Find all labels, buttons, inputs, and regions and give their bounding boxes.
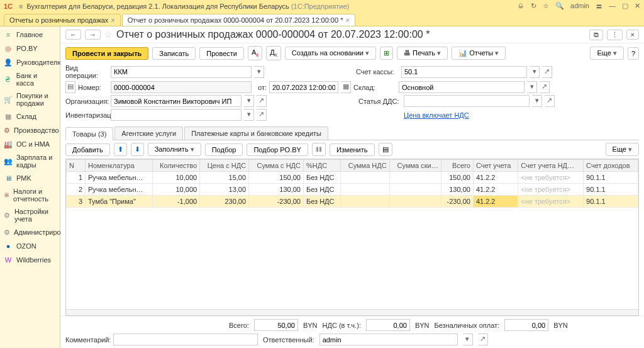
grid-icon[interactable]: ▤ bbox=[379, 143, 392, 156]
chevron-down-icon[interactable]: ▾ bbox=[244, 95, 254, 107]
atk-icon[interactable]: Ак bbox=[248, 46, 262, 60]
calendar-icon[interactable]: ▦ bbox=[341, 81, 351, 93]
inv-field[interactable] bbox=[111, 109, 242, 121]
table-row[interactable]: 1Ручка мебельн…10,00015,00150,00Без НДС1… bbox=[67, 172, 638, 184]
save-button[interactable]: Записать bbox=[152, 47, 196, 60]
pick-button[interactable]: Подбор bbox=[205, 143, 243, 156]
nav-back-button[interactable]: ← bbox=[65, 30, 81, 40]
resp-field[interactable] bbox=[319, 334, 458, 345]
history-icon[interactable]: ↻ bbox=[531, 2, 536, 11]
more-tbl-button[interactable]: Еще bbox=[606, 143, 639, 156]
cash-field[interactable] bbox=[401, 66, 527, 78]
sidebar-item-2[interactable]: 👤Руководителю bbox=[0, 55, 60, 69]
dds-field[interactable] bbox=[404, 95, 530, 107]
open-icon[interactable]: ↗ bbox=[257, 109, 267, 121]
pickby-button[interactable]: Подбор PO.BY bbox=[247, 143, 308, 156]
tab-retail-report-doc[interactable]: Отчет о розничных продажах 0000-000004 о… bbox=[122, 14, 355, 26]
maximize-icon[interactable]: ▢ bbox=[622, 2, 628, 11]
tab-cards[interactable]: Платежные карты и банковские кредиты bbox=[184, 126, 328, 140]
settings-icon[interactable]: 〓 bbox=[596, 2, 602, 11]
move-up-button[interactable]: ⬆ bbox=[114, 143, 127, 156]
comment-field[interactable] bbox=[113, 334, 258, 345]
table-row[interactable]: 2Ручка мебельн…10,00013,00130,00Без НДС1… bbox=[67, 184, 638, 196]
post-button[interactable]: Провести bbox=[199, 47, 244, 60]
nav-fwd-button[interactable]: → bbox=[85, 30, 101, 40]
sidebar-item-12[interactable]: ⚙Администрирование bbox=[0, 225, 60, 239]
flag-icon[interactable]: ▤ bbox=[65, 81, 75, 93]
sidebar-item-5[interactable]: ▦Склад bbox=[0, 109, 60, 123]
open-icon[interactable]: ↗ bbox=[540, 81, 550, 93]
sidebar-item-1[interactable]: ◎PO.BY bbox=[0, 42, 60, 55]
nc-field bbox=[504, 319, 548, 331]
chevron-down-icon[interactable]: ▾ bbox=[530, 66, 540, 78]
sidebar-item-7[interactable]: 🏭ОС и НМА bbox=[0, 137, 60, 151]
excel-icon[interactable]: ⊞ bbox=[380, 47, 393, 60]
label-dds: Статья ДДС: bbox=[358, 98, 401, 105]
more-button[interactable]: Еще bbox=[590, 47, 623, 60]
sidebar-item-3[interactable]: ₴Банк и касса bbox=[0, 69, 60, 89]
tab-goods[interactable]: Товары (3) bbox=[65, 127, 113, 140]
reports-button[interactable]: 📊 Отчеты bbox=[452, 47, 506, 60]
close-icon[interactable]: × bbox=[345, 16, 349, 24]
close-doc-button[interactable]: × bbox=[626, 30, 639, 40]
search-icon[interactable]: 🔍 bbox=[555, 2, 564, 11]
minimize-icon[interactable]: — bbox=[609, 2, 616, 11]
close-icon[interactable]: × bbox=[111, 16, 114, 24]
date-field[interactable] bbox=[269, 81, 338, 93]
sidebar-item-8[interactable]: 👥Зарплата и кадры bbox=[0, 151, 60, 171]
sidebar-icon: 👤 bbox=[4, 58, 13, 67]
edit-button[interactable]: Изменить bbox=[330, 143, 375, 156]
sidebar-item-11[interactable]: ⚙Настройки учета bbox=[0, 205, 60, 225]
move-down-button[interactable]: ⬇ bbox=[131, 143, 144, 156]
star-icon[interactable]: ☆ bbox=[104, 30, 113, 40]
menu-icon[interactable]: ⋮ bbox=[607, 30, 623, 40]
sidebar-item-4[interactable]: 🛒Покупки и продажи bbox=[0, 89, 60, 109]
popout-icon[interactable]: ⧉ bbox=[589, 30, 603, 40]
chevron-down-icon[interactable]: ▾ bbox=[463, 334, 473, 345]
op-field[interactable] bbox=[111, 66, 252, 78]
print-button[interactable]: 🖶 Печать bbox=[397, 47, 448, 60]
warehouse-field[interactable] bbox=[399, 81, 525, 93]
sidebar-icon: ≡ bbox=[4, 30, 13, 39]
sidebar-item-0[interactable]: ≡Главное bbox=[0, 28, 60, 42]
add-button[interactable]: Добавить bbox=[65, 143, 110, 156]
create-by-button[interactable]: Создать на основании bbox=[285, 47, 376, 60]
tab-retail-reports[interactable]: Отчеты о розничных продажах× bbox=[4, 14, 121, 26]
dtk-icon[interactable]: Дк bbox=[266, 46, 280, 60]
help-button[interactable]: ? bbox=[628, 47, 639, 60]
sidebar-item-13[interactable]: ●OZON bbox=[0, 239, 60, 253]
post-close-button[interactable]: Провести и закрыть bbox=[65, 47, 148, 60]
bell-icon[interactable]: 🕭 bbox=[518, 2, 525, 11]
chevron-down-icon[interactable]: ▾ bbox=[527, 81, 537, 93]
vat-link[interactable]: Цена включает НДС bbox=[404, 111, 469, 119]
sidebar-icon: ⚙ bbox=[4, 211, 11, 220]
close-icon[interactable]: ✕ bbox=[635, 2, 640, 11]
chevron-down-icon[interactable]: ▾ bbox=[532, 95, 542, 107]
sidebar-item-6[interactable]: ⚙Производство bbox=[0, 123, 60, 137]
number-field[interactable] bbox=[111, 81, 252, 93]
h-scrollbar[interactable] bbox=[66, 309, 638, 315]
sidebar-item-label: Налоги и отчетность bbox=[13, 188, 56, 203]
user-label: admin bbox=[570, 2, 589, 11]
sidebar-icon: 👥 bbox=[4, 157, 13, 166]
open-icon[interactable]: ↗ bbox=[478, 334, 488, 345]
sidebar-item-14[interactable]: WWildberries bbox=[0, 253, 60, 267]
sidebar-item-9[interactable]: 🖥PMK bbox=[0, 171, 60, 185]
barcode-icon[interactable]: ⦀⦀ bbox=[312, 143, 326, 156]
sidebar-item-10[interactable]: ※Налоги и отчетность bbox=[0, 185, 60, 205]
favorite-icon[interactable]: ☆ bbox=[543, 2, 549, 11]
open-icon[interactable]: ↗ bbox=[257, 95, 267, 107]
goods-table[interactable]: N Номенклатура Количество Цена с НДС Сум… bbox=[66, 159, 638, 208]
chevron-down-icon[interactable]: ▾ bbox=[244, 109, 254, 121]
fill-button[interactable]: Заполнить bbox=[148, 143, 201, 156]
menu-icon[interactable]: ≡ bbox=[19, 3, 23, 10]
sidebar-item-label: Настройки учета bbox=[14, 208, 56, 223]
open-icon[interactable]: ↗ bbox=[542, 66, 552, 78]
table-row[interactable]: 3Тумба "Прима"-1,000230,00-230,00Без НДС… bbox=[67, 196, 638, 208]
chevron-down-icon[interactable]: ▾ bbox=[254, 66, 264, 78]
label-cash: Счет кассы: bbox=[356, 68, 399, 76]
tab-agent[interactable]: Агентские услуги bbox=[114, 126, 183, 140]
open-icon[interactable]: ↗ bbox=[545, 95, 555, 107]
org-field[interactable] bbox=[111, 95, 242, 107]
sidebar-item-label: Банк и касса bbox=[16, 72, 56, 87]
